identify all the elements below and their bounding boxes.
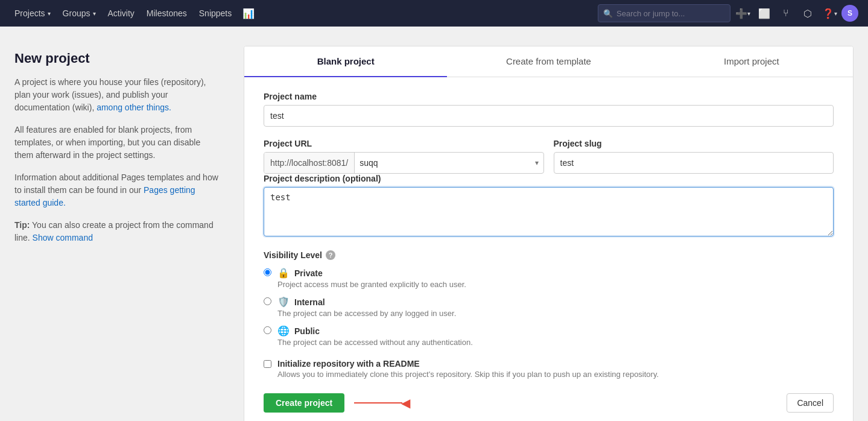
search-bar[interactable]: 🔍 (598, 4, 730, 22)
nav-milestones[interactable]: Milestones (142, 6, 192, 21)
arrow-line (354, 402, 402, 404)
visibility-private-radio[interactable] (264, 268, 271, 276)
project-name-label: Project name (264, 92, 834, 101)
search-input[interactable] (616, 9, 725, 18)
visibility-public-option: 🌐 Public The project can be accessed wit… (264, 325, 834, 347)
internal-desc: The project can be accessed by any logge… (277, 309, 834, 318)
create-project-button[interactable]: Create project (264, 393, 344, 413)
url-row: Project URL http://localhost:8081/ suqq … (264, 139, 834, 174)
nav-merge-request-icon[interactable]: ⑂ (776, 4, 796, 23)
avatar[interactable]: S (841, 5, 858, 22)
globe-icon: 🌐 (277, 325, 290, 337)
url-prefix: http://localhost:8081/ (264, 153, 355, 173)
tab-create-from-template[interactable]: Create from template (447, 46, 650, 77)
project-description-label: Project description (optional) (264, 174, 834, 183)
milestones-label: Milestones (147, 8, 187, 18)
lock-icon: 🔒 (277, 267, 290, 279)
readme-row: Initialize repository with a README Allo… (264, 359, 834, 379)
private-desc: Project access must be granted explicitl… (277, 280, 834, 289)
nav-activity[interactable]: Activity (103, 6, 139, 21)
nav-chart-icon[interactable]: 📊 (239, 4, 258, 23)
sidebar-link-other-things[interactable]: among other things. (97, 103, 171, 112)
project-description-textarea[interactable] (264, 187, 834, 236)
public-desc: The project can be accessed without any … (277, 338, 834, 347)
arrow-head-icon: ◀ (401, 396, 410, 410)
search-icon: 🔍 (603, 9, 613, 18)
action-row: Create project ◀ Cancel (264, 393, 834, 413)
sidebar-para2: All features are enabled for blank proje… (14, 124, 220, 162)
visibility-internal-radio[interactable] (264, 297, 271, 305)
page-title: New project (14, 51, 220, 66)
project-name-group: Project name (264, 92, 834, 127)
namespace-select[interactable]: suqq (355, 158, 543, 168)
project-description-group: Project description (optional) (264, 174, 834, 238)
show-command-link[interactable]: Show command (33, 233, 93, 242)
url-input-wrapper: http://localhost:8081/ suqq ▾ (264, 152, 544, 174)
sidebar: New project A project is where you house… (14, 46, 220, 421)
shield-icon: 🛡️ (277, 296, 290, 308)
visibility-public-radio[interactable] (264, 326, 271, 334)
visibility-section: Visibility Level ? 🔒 Private Project acc… (264, 250, 834, 347)
readme-checkbox[interactable] (264, 360, 271, 368)
nav-help-icon[interactable]: ❓ ▾ (820, 4, 839, 23)
visibility-title: Visibility Level ? (264, 250, 834, 260)
nav-todo-icon[interactable]: ⬡ (798, 4, 817, 23)
project-url-label: Project URL (264, 139, 544, 148)
visibility-private-option: 🔒 Private Project access must be granted… (264, 267, 834, 289)
activity-label: Activity (108, 8, 135, 18)
form-body: Project name Project URL http://localhos… (244, 77, 853, 421)
project-slug-input[interactable] (554, 152, 834, 174)
visibility-help-icon[interactable]: ? (326, 250, 335, 260)
groups-label: Groups (63, 8, 90, 18)
nav-plus-button[interactable]: ➕ ▾ (733, 4, 752, 23)
sidebar-para1: A project is where you house your files … (14, 76, 220, 114)
nav-panel-icon[interactable]: ⬜ (755, 4, 774, 23)
readme-label: Initialize repository with a README (277, 359, 659, 369)
main-card: Blank project Create from template Impor… (244, 46, 854, 421)
nav-snippets[interactable]: Snippets (194, 6, 236, 21)
project-url-group: Project URL http://localhost:8081/ suqq … (264, 139, 544, 174)
tab-blank-project[interactable]: Blank project (244, 46, 447, 77)
tab-import-project[interactable]: Import project (650, 46, 853, 77)
visibility-internal-option: 🛡️ Internal The project can be accessed … (264, 296, 834, 318)
project-name-input[interactable] (264, 105, 834, 127)
namespace-select-wrapper[interactable]: suqq ▾ (355, 153, 543, 173)
sidebar-tip: Tip: You can also create a project from … (14, 219, 220, 244)
groups-chevron-icon: ▾ (93, 10, 96, 17)
projects-chevron-icon: ▾ (48, 10, 51, 17)
readme-desc: Allows you to immediately clone this pro… (277, 370, 659, 379)
nav-projects[interactable]: Projects ▾ (10, 6, 55, 21)
sidebar-para3: Information about additional Pages templ… (14, 171, 220, 209)
tabs: Blank project Create from template Impor… (244, 46, 853, 77)
nav-groups[interactable]: Groups ▾ (58, 6, 101, 21)
arrow-indicator: ◀ (354, 396, 410, 410)
snippets-label: Snippets (199, 8, 232, 18)
navbar: Projects ▾ Groups ▾ Activity Milestones … (0, 0, 868, 27)
readme-section: Initialize repository with a README Allo… (264, 359, 834, 379)
cancel-button[interactable]: Cancel (787, 393, 834, 413)
project-slug-label: Project slug (554, 139, 834, 148)
projects-label: Projects (14, 8, 45, 18)
project-slug-group: Project slug (554, 139, 834, 174)
